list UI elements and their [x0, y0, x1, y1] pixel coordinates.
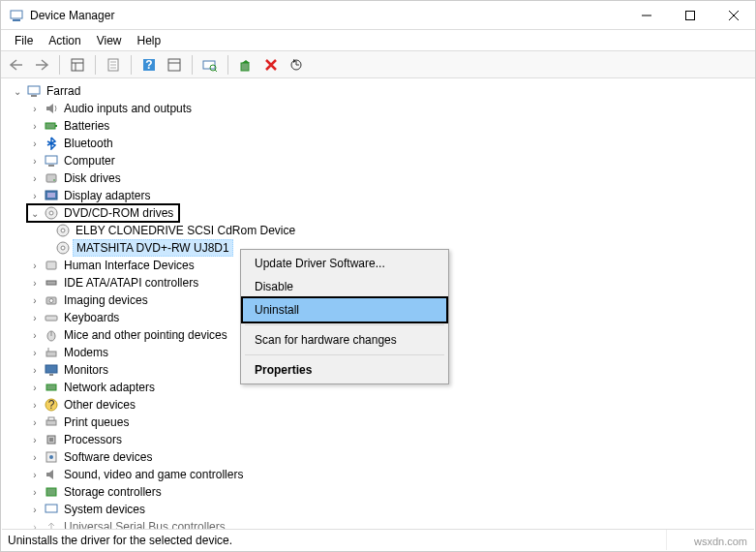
help-button[interactable]: ?: [137, 53, 161, 77]
cm-item-scan[interactable]: Scan for hardware changes: [243, 328, 446, 352]
chevron-right-icon[interactable]: ›: [28, 470, 42, 480]
chevron-right-icon[interactable]: ›: [28, 435, 42, 445]
cm-item-disable[interactable]: Disable: [243, 275, 446, 298]
chevron-right-icon[interactable]: ›: [28, 121, 42, 132]
camera-icon: [44, 292, 59, 308]
titlebar: Device Manager: [1, 1, 755, 30]
display-icon: [44, 188, 59, 203]
root-label: Farrad: [44, 83, 83, 99]
system-icon: [44, 502, 59, 517]
tree-item-dvd[interactable]: ⌄ DVD/CD-ROM drives: [11, 204, 755, 222]
tree-label: Software devices: [61, 449, 155, 465]
cd-icon: [55, 240, 71, 256]
svg-point-29: [53, 179, 55, 181]
tree-item-dvd-child[interactable]: ELBY CLONEDRIVE SCSI CdRom Device: [11, 222, 755, 239]
chevron-right-icon[interactable]: ›: [28, 487, 42, 498]
menu-file[interactable]: File: [7, 32, 41, 49]
scan-hardware-button[interactable]: [198, 53, 222, 77]
chevron-right-icon[interactable]: ›: [28, 383, 42, 393]
device-manager-icon: [9, 8, 24, 23]
svg-rect-24: [45, 123, 55, 129]
tree-item-computer[interactable]: › Computer: [11, 152, 755, 169]
chevron-right-icon[interactable]: ›: [28, 505, 42, 515]
tree-label: MATSHITA DVD+-RW UJ8D1: [73, 239, 233, 257]
speaker-icon: [44, 101, 59, 116]
svg-rect-15: [168, 59, 180, 71]
tree-item-disk[interactable]: › Disk drives: [11, 169, 755, 187]
svg-rect-58: [46, 488, 56, 496]
maximize-button[interactable]: [668, 1, 711, 29]
tree-label: IDE ATA/ATAPI controllers: [61, 275, 201, 291]
tree-item-bluetooth[interactable]: › Bluetooth: [11, 135, 755, 152]
chevron-right-icon[interactable]: ›: [28, 138, 42, 149]
cm-item-properties[interactable]: Properties: [243, 358, 446, 382]
tree-label: Print queues: [61, 414, 132, 430]
chevron-right-icon[interactable]: ›: [28, 313, 42, 323]
tree-item-display[interactable]: › Display adapters: [11, 187, 755, 204]
svg-rect-59: [45, 505, 57, 512]
tree-item-sound[interactable]: › Sound, video and game controllers: [11, 466, 755, 483]
chevron-right-icon[interactable]: ›: [28, 452, 42, 463]
chevron-right-icon[interactable]: ›: [28, 156, 42, 167]
tree-root[interactable]: ⌄ Farrad: [11, 82, 755, 100]
computer-icon: [44, 153, 59, 169]
chevron-right-icon[interactable]: ›: [28, 522, 42, 530]
question-icon: ?: [44, 397, 59, 413]
toolbar-separator: [192, 55, 193, 75]
tree-item-usb[interactable]: › Universal Serial Bus controllers: [11, 518, 755, 529]
chevron-right-icon[interactable]: ›: [28, 417, 42, 428]
chevron-right-icon[interactable]: ›: [28, 365, 42, 376]
chevron-right-icon[interactable]: ›: [28, 173, 42, 184]
chevron-right-icon[interactable]: ›: [28, 330, 42, 341]
tree-item-storage[interactable]: › Storage controllers: [11, 483, 755, 501]
svg-rect-42: [45, 316, 57, 321]
menu-action[interactable]: Action: [41, 32, 88, 49]
chevron-right-icon[interactable]: ›: [28, 400, 42, 411]
show-hide-console-button[interactable]: [66, 53, 89, 77]
tree-label: ELBY CLONEDRIVE SCSI CdRom Device: [73, 223, 298, 238]
chevron-right-icon[interactable]: ›: [28, 261, 42, 271]
tree-item-system[interactable]: › System devices: [11, 501, 755, 518]
watermark: wsxdn.com: [694, 536, 747, 547]
chevron-right-icon[interactable]: ›: [28, 278, 42, 289]
tree-label: Display adapters: [61, 188, 153, 203]
tree-item-processors[interactable]: › Processors: [11, 431, 755, 448]
svg-rect-1: [13, 19, 20, 21]
chevron-right-icon[interactable]: ›: [28, 295, 42, 306]
menu-view[interactable]: View: [89, 32, 130, 49]
forward-button[interactable]: [30, 53, 53, 77]
update-driver-button[interactable]: [285, 53, 308, 77]
statusbar: Uninstalls the driver for the selected d…: [2, 529, 754, 550]
cm-item-uninstall[interactable]: Uninstall: [243, 298, 446, 322]
svg-rect-39: [46, 281, 56, 285]
close-button[interactable]: [711, 1, 755, 29]
chevron-right-icon[interactable]: ›: [28, 191, 42, 201]
tree-item-print[interactable]: › Print queues: [11, 414, 755, 431]
menu-help[interactable]: Help: [130, 32, 169, 49]
tree-item-software[interactable]: › Software devices: [11, 448, 755, 466]
tree-item-batteries[interactable]: › Batteries: [11, 117, 755, 135]
svg-point-37: [61, 246, 65, 250]
context-menu: Update Driver Software... Disable Uninst…: [240, 249, 449, 384]
svg-rect-23: [31, 95, 37, 97]
tree-item-other[interactable]: › ? Other devices: [11, 396, 755, 414]
back-button[interactable]: [5, 53, 28, 77]
properties-button[interactable]: [102, 53, 125, 77]
uninstall-device-button[interactable]: [259, 53, 283, 77]
tree-label: Universal Serial Bus controllers: [61, 519, 228, 529]
action-button[interactable]: [163, 53, 186, 77]
toolbar-separator: [227, 55, 228, 75]
chevron-right-icon[interactable]: ›: [28, 348, 42, 358]
storage-icon: [44, 484, 59, 500]
chevron-right-icon[interactable]: ›: [28, 104, 42, 114]
enable-device-button[interactable]: [234, 53, 257, 77]
minimize-button[interactable]: [624, 1, 668, 29]
cm-item-update-driver[interactable]: Update Driver Software...: [243, 252, 446, 275]
svg-rect-53: [48, 417, 54, 420]
chevron-down-icon[interactable]: ⌄: [11, 86, 24, 97]
computer-icon: [26, 83, 42, 99]
cm-separator: [245, 324, 444, 325]
chevron-down-icon[interactable]: ⌄: [28, 208, 42, 219]
tree-label: Monitors: [61, 362, 111, 378]
tree-item-audio[interactable]: › Audio inputs and outputs: [11, 100, 755, 117]
